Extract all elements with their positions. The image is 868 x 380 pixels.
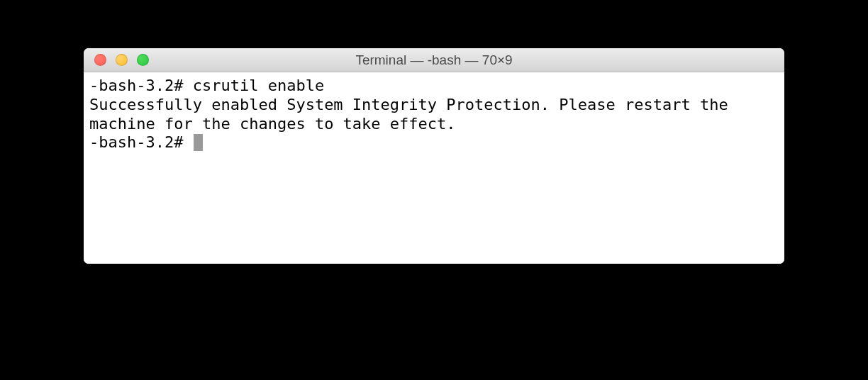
close-button[interactable]: [94, 54, 106, 66]
terminal-prompt: -bash-3.2#: [89, 133, 193, 151]
terminal-content[interactable]: -bash-3.2# csrutil enableSuccessfully en…: [84, 72, 784, 264]
window-title: Terminal — -bash — 70×9: [84, 52, 784, 68]
window-titlebar[interactable]: Terminal — -bash — 70×9: [84, 48, 784, 72]
cursor-icon: [194, 134, 203, 151]
zoom-button[interactable]: [137, 54, 149, 66]
terminal-line: -bash-3.2# csrutil enable: [89, 77, 779, 96]
minimize-button[interactable]: [116, 54, 128, 66]
terminal-line: Successfully enabled System Integrity Pr…: [89, 96, 779, 134]
traffic-lights: [84, 48, 149, 72]
terminal-window: Terminal — -bash — 70×9 -bash-3.2# csrut…: [84, 48, 784, 264]
